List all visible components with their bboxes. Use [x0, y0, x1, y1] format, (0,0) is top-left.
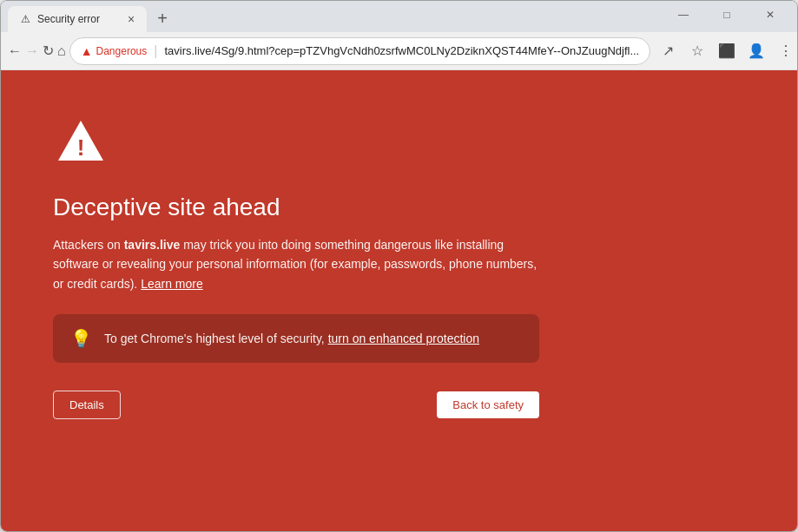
- back-to-safety-button[interactable]: Back to safety: [437, 391, 539, 418]
- new-tab-button[interactable]: +: [150, 6, 175, 30]
- warning-container: ! Deceptive site ahead Attackers on tavi…: [53, 114, 539, 419]
- url-text: tavirs.live/4Sg/9.html?cep=pTZVhgVcNdh0z…: [164, 44, 639, 57]
- security-badge[interactable]: ▲ Dangerous: [81, 44, 148, 58]
- action-buttons: Details Back to safety: [53, 391, 539, 419]
- navigation-bar: ← → ↻ ⌂ ▲ Dangerous | tavirs.live/4Sg/9.…: [1, 32, 797, 70]
- address-bar[interactable]: ▲ Dangerous | tavirs.live/4Sg/9.html?cep…: [69, 37, 651, 65]
- security-label: Dangerous: [96, 45, 148, 57]
- warning-icon: ▲: [81, 44, 93, 58]
- bookmark-button[interactable]: ☆: [683, 37, 711, 65]
- lightbulb-icon: 💡: [70, 328, 92, 349]
- share-button[interactable]: ↗: [654, 37, 682, 65]
- tab-close-button[interactable]: ×: [122, 10, 140, 28]
- ep-text: To get Chrome's highest level of securit…: [104, 332, 479, 345]
- warning-triangle-icon: !: [53, 114, 109, 169]
- nav-icons: ↗ ☆ ⬛ 👤 ⋮: [654, 37, 798, 65]
- tab-title: Security error: [37, 13, 117, 25]
- home-button[interactable]: ⌂: [57, 37, 66, 65]
- learn-more-link[interactable]: Learn more: [141, 277, 203, 291]
- details-button[interactable]: Details: [53, 391, 121, 419]
- tab-favicon-icon: ⚠: [18, 12, 32, 26]
- extensions-button[interactable]: ⬛: [713, 37, 741, 65]
- site-name: tavirs.live: [124, 238, 181, 252]
- page-content: ! Deceptive site ahead Attackers on tavi…: [1, 70, 797, 531]
- warning-body: Attackers on tavirs.live may trick you i…: [53, 235, 539, 293]
- svg-text:!: !: [77, 135, 85, 161]
- ep-prefix: To get Chrome's highest level of securit…: [104, 332, 328, 345]
- profile-button[interactable]: 👤: [742, 37, 770, 65]
- warning-title: Deceptive site ahead: [53, 194, 539, 221]
- address-separator: |: [154, 43, 157, 59]
- body-prefix: Attackers on: [53, 238, 124, 252]
- browser-tab[interactable]: ⚠ Security error ×: [8, 6, 147, 32]
- enhanced-protection-box: 💡 To get Chrome's highest level of secur…: [53, 314, 539, 363]
- enhanced-protection-link[interactable]: turn on enhanced protection: [328, 332, 479, 345]
- maximize-button[interactable]: □: [707, 1, 747, 29]
- close-button[interactable]: ✕: [750, 1, 790, 29]
- menu-button[interactable]: ⋮: [772, 37, 798, 65]
- reload-button[interactable]: ↻: [43, 37, 54, 65]
- back-button[interactable]: ←: [8, 37, 22, 65]
- minimize-button[interactable]: —: [663, 1, 703, 29]
- forward-button[interactable]: →: [25, 37, 39, 65]
